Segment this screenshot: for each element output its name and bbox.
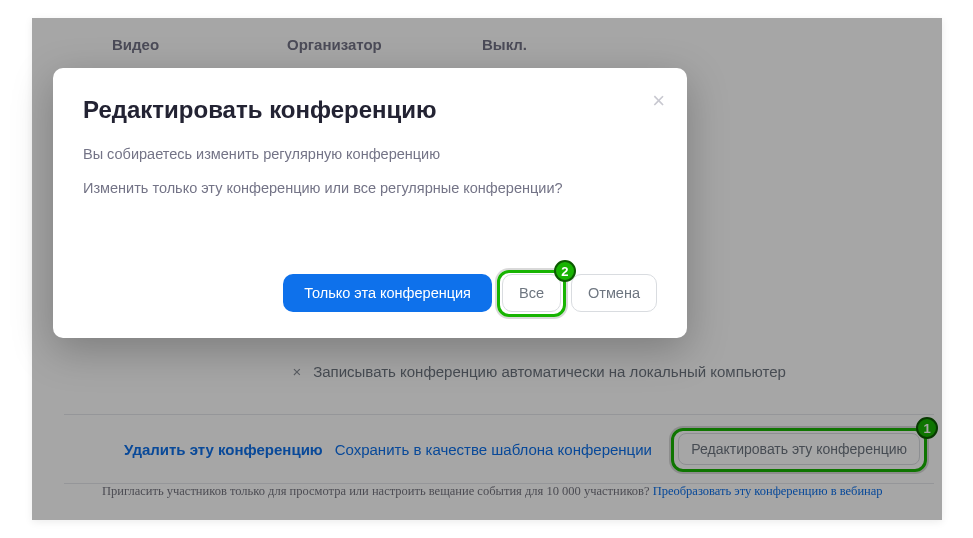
annotation-badge-1: 1 xyxy=(916,417,938,439)
edit-conference-modal: × Редактировать конференцию Вы собираете… xyxy=(53,68,687,338)
close-icon[interactable]: × xyxy=(652,90,665,112)
header-value-off: Выкл. xyxy=(482,36,682,53)
modal-title: Редактировать конференцию xyxy=(83,96,657,124)
header-label-video: Видео xyxy=(112,36,287,53)
convert-to-webinar-link[interactable]: Преобразовать эту конференцию в вебинар xyxy=(653,484,883,498)
save-template-link[interactable]: Сохранить в качестве шаблона конференции xyxy=(335,441,652,458)
invite-text: Пригласить участников только для просмот… xyxy=(102,484,653,498)
delete-conference-link[interactable]: Удалить эту конференцию xyxy=(124,441,323,458)
action-bar: Удалить эту конференцию Сохранить в каче… xyxy=(64,414,934,484)
invite-footer: Пригласить участников только для просмот… xyxy=(102,484,922,499)
all-conferences-button[interactable]: Все xyxy=(502,274,561,312)
auto-record-row: × Записывать конференцию автоматически н… xyxy=(32,363,942,380)
only-this-conference-button[interactable]: Только эта конференция xyxy=(283,274,492,312)
header-label-host: Организатор xyxy=(287,36,482,53)
cancel-button[interactable]: Отмена xyxy=(571,274,657,312)
disabled-icon: × xyxy=(291,363,303,380)
modal-line-1: Вы собираетесь изменить регулярную конфе… xyxy=(83,146,657,162)
auto-record-label: Записывать конференцию автоматически на … xyxy=(313,363,786,380)
modal-button-row: Только эта конференция Все 2 Отмена xyxy=(83,274,657,312)
modal-line-2: Изменить только эту конференцию или все … xyxy=(83,180,657,196)
edit-conference-button[interactable]: Редактировать эту конференцию xyxy=(678,433,920,465)
settings-header-row: Видео Организатор Выкл. xyxy=(32,18,942,71)
